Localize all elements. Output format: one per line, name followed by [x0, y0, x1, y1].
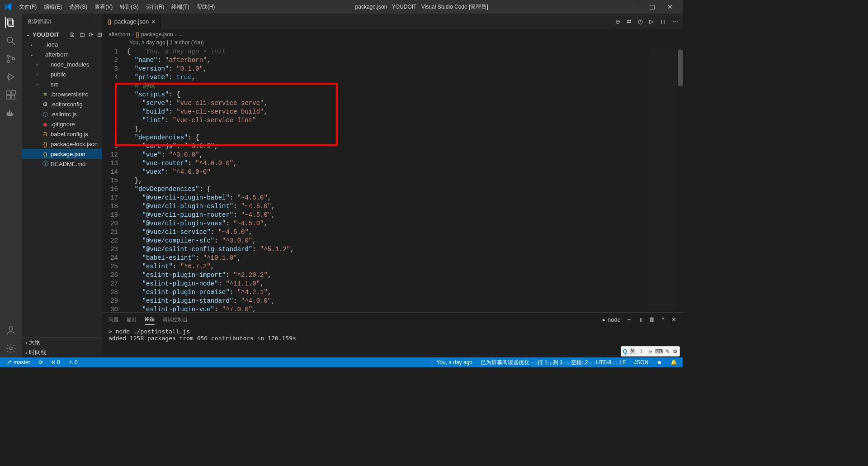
compare-icon[interactable]: ⇄	[627, 18, 632, 25]
panel-tab[interactable]: 调试控制台	[163, 314, 188, 325]
tree-file[interactable]: Bbabel.config.js	[22, 129, 102, 139]
code-line[interactable]: 20 "@vue/cli-plugin-vuex": "~4.5.0",	[102, 219, 683, 228]
status-screen-reader[interactable]: 已为屏幕阅读器优化	[479, 359, 531, 366]
code-line[interactable]: "build": "vue-cli-service build",	[102, 108, 683, 116]
ime-toolbar[interactable]: Q 英 ☽ ⁝₂⌨✎⚙	[621, 346, 680, 357]
tree-file[interactable]: ≡.browserslistrc	[22, 89, 102, 99]
tree-file[interactable]: {}package-lock.json	[22, 139, 102, 149]
panel-tab[interactable]: 输出	[127, 314, 137, 325]
ime-moon-icon[interactable]: ☽	[638, 348, 643, 355]
code-editor[interactable]: 1{ You, a day ago • init2 "name": "after…	[102, 48, 683, 312]
timeline-section[interactable]: ›时间线	[22, 347, 102, 357]
panel-tab[interactable]: 终端	[145, 314, 155, 325]
code-line[interactable]: 25 "eslint": "^6.7.2",	[102, 262, 683, 271]
code-line[interactable]: 1{ You, a day ago • init	[102, 48, 683, 56]
code-line[interactable]: 21 "@vue/cli-service": "~4.5.0",	[102, 228, 683, 237]
close-icon[interactable]: ✕	[661, 3, 679, 10]
tab-package-json[interactable]: {} package.json ×	[102, 14, 161, 29]
more-actions-icon[interactable]: ⋯	[672, 18, 678, 25]
menu-item[interactable]: 文件(F)	[15, 1, 40, 13]
tree-folder[interactable]: ›.idea	[22, 39, 102, 49]
maximize-icon[interactable]: ▢	[643, 3, 661, 10]
split-editor-icon[interactable]: ⫼	[660, 18, 666, 25]
code-line[interactable]: 19 "@vue/cli-plugin-router": "~4.5.0",	[102, 211, 683, 219]
codelens-authors[interactable]: You, a day ago | 1 author (You)	[102, 39, 683, 48]
tree-file[interactable]: ⬡.eslintrc.js	[22, 109, 102, 119]
terminal-shell-label[interactable]: ▸ node	[603, 314, 621, 325]
tab-close-icon[interactable]: ×	[151, 18, 155, 25]
terminal-body[interactable]: > node ./postinstall.jsadded 1258 packag…	[102, 326, 683, 357]
kill-terminal-icon[interactable]: 🗑	[649, 314, 655, 325]
code-line[interactable]: 3 "version": "0.1.0",	[102, 65, 683, 73]
code-line[interactable]: 24 "babel-eslint": "^10.1.0",	[102, 254, 683, 262]
tree-file[interactable]: ◆.gitignore	[22, 119, 102, 129]
panel-tab[interactable]: 问题	[108, 314, 118, 325]
code-line[interactable]: 22 "@vue/compiler-sfc": "^3.0.0",	[102, 237, 683, 245]
status-cursor-pos[interactable]: 行 1，列 1	[536, 359, 565, 366]
code-line[interactable]: 28 "eslint-plugin-promise": "^4.2.1",	[102, 288, 683, 297]
new-folder-icon[interactable]: 🗀	[79, 31, 85, 38]
menu-item[interactable]: 查看(V)	[91, 1, 116, 13]
tree-file[interactable]: {}package.json	[22, 149, 102, 159]
history-icon[interactable]: ◷	[638, 18, 643, 25]
maximize-panel-icon[interactable]: ＾	[660, 314, 666, 325]
code-line[interactable]: "serve": "vue-cli-service serve",	[102, 99, 683, 108]
menu-item[interactable]: 帮助(H)	[193, 1, 219, 13]
status-bell-icon[interactable]: 🔔	[669, 359, 679, 366]
code-line[interactable]: 1 "core-js": "^3.6.5",	[102, 142, 683, 151]
source-control-icon[interactable]	[5, 53, 16, 64]
code-line[interactable]: 12 "vue": "^3.0.0",	[102, 151, 683, 159]
code-line[interactable]: 17 "@vue/cli-plugin-babel": "~4.5.0",	[102, 194, 683, 202]
status-feedback-icon[interactable]: ☻	[655, 359, 664, 366]
run-debug-icon[interactable]	[5, 71, 16, 82]
outline-section[interactable]: ›大纲	[22, 338, 102, 347]
search-icon[interactable]	[5, 35, 16, 46]
extensions-icon[interactable]	[5, 90, 16, 100]
settings-gear-icon[interactable]	[5, 343, 16, 354]
status-warnings[interactable]: ⚠ 0	[66, 359, 80, 366]
new-file-icon[interactable]: 🗎	[70, 31, 75, 38]
code-line[interactable]: 29 "eslint-plugin-standard": "^4.0.0",	[102, 297, 683, 305]
ime-tool-icon[interactable]: ⁝₂	[648, 348, 652, 355]
code-line[interactable]: 26 "eslint-plugin-import": "^2.20.2",	[102, 271, 683, 280]
run-icon[interactable]: ▷	[649, 18, 654, 25]
collapse-icon[interactable]: ⊟	[97, 31, 102, 38]
status-blame[interactable]: 👤 You, a day ago	[426, 359, 474, 366]
menu-item[interactable]: 转到(G)	[116, 1, 142, 13]
status-errors[interactable]: ⊗ 0	[49, 359, 62, 366]
code-line[interactable]: 2 "name": "afterborn",	[102, 56, 683, 65]
split-terminal-icon[interactable]: ⫼	[637, 314, 643, 325]
code-line[interactable]: 30 "eslint-plugin-vue": "^7.0.0",	[102, 305, 683, 312]
status-sync[interactable]: ⟳	[37, 359, 45, 366]
ime-tool-icon[interactable]: ✎	[665, 348, 670, 355]
menu-item[interactable]: 编辑(E)	[40, 1, 66, 13]
docker-icon[interactable]	[5, 108, 16, 119]
status-indent[interactable]: 空格: 2	[569, 359, 590, 366]
code-line[interactable]: "lint": "vue-cli-service lint"	[102, 116, 683, 125]
sidebar-more-icon[interactable]: ⋯	[92, 19, 97, 24]
account-icon[interactable]	[5, 325, 16, 336]
tree-folder[interactable]: ⌄afterborn	[22, 49, 102, 59]
code-line[interactable]: 16 "devDependencies": {	[102, 185, 683, 194]
status-branch[interactable]: ⎇ master	[4, 359, 32, 366]
code-line[interactable]: "scripts": {	[102, 90, 683, 99]
refresh-icon[interactable]: ⟳	[89, 31, 94, 38]
minimap[interactable]	[649, 48, 676, 312]
ime-lang[interactable]: 英	[630, 347, 635, 355]
minimize-icon[interactable]: ─	[625, 3, 643, 10]
status-language[interactable]: JSON	[632, 359, 650, 366]
menu-item[interactable]: 运行(R)	[142, 1, 168, 13]
tree-file[interactable]: ⓘREADME.md	[22, 159, 102, 169]
code-line[interactable]: 15 },	[102, 176, 683, 185]
menu-item[interactable]: 终端(T)	[168, 1, 193, 13]
tree-folder[interactable]: ›src	[22, 79, 102, 89]
vertical-scrollbar[interactable]	[676, 48, 683, 312]
code-line[interactable]: 27 "eslint-plugin-node": "^11.1.0",	[102, 280, 683, 288]
gitlens-toggle-icon[interactable]: ⊖	[615, 18, 620, 25]
explorer-icon[interactable]	[5, 17, 16, 28]
tree-root[interactable]: ⌄ YOUDOIT 🗎 🗀 ⟳ ⊟	[22, 29, 102, 39]
breadcrumb[interactable]: afterborn › {} package.json › ...	[102, 29, 683, 39]
code-line[interactable]: },	[102, 125, 683, 133]
code-line[interactable]: 18 "@vue/cli-plugin-eslint": "~4.5.0",	[102, 202, 683, 211]
code-line[interactable]: 23 "@vue/eslint-config-standard": "^5.1.…	[102, 245, 683, 254]
